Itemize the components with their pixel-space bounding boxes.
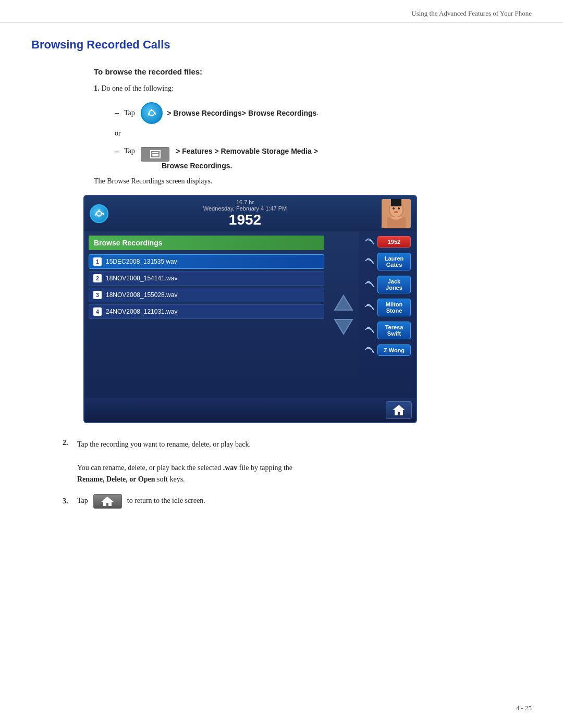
menu-button-icon[interactable] xyxy=(141,147,169,162)
contact-line-icon xyxy=(364,345,375,355)
option2-row: – Tap > Features > Removable Storage Med… xyxy=(115,147,532,170)
file-num: 2 xyxy=(93,274,102,282)
subsection-title: To browse the recorded files: xyxy=(94,67,532,76)
file-num: 1 xyxy=(93,257,102,266)
or-text: or xyxy=(115,129,532,138)
phone-usb-btn[interactable] xyxy=(90,204,108,223)
dash2: – xyxy=(115,147,119,156)
option1-label: > Browse Recordings xyxy=(167,109,242,117)
step2-detail: You can rename, delete, or play back the… xyxy=(77,464,223,472)
contact-item[interactable]: 1952 xyxy=(361,235,414,249)
svg-point-19 xyxy=(398,207,400,209)
file-num: 3 xyxy=(93,291,102,299)
step1-block: 1. Do one of the following: xyxy=(94,83,532,93)
option1-label-text: > Browse Recordings xyxy=(242,109,317,117)
file-list: 115DEC2008_131535.wav218NOV2008_154141.w… xyxy=(89,254,324,319)
step3-home-icon[interactable] xyxy=(93,494,122,509)
browse-title-bar: Browse Recordings xyxy=(89,236,324,250)
step3-num: 3. xyxy=(63,497,73,505)
section-title: Browsing Recorded Calls xyxy=(31,38,532,52)
scroll-up-arrow[interactable] xyxy=(333,293,354,313)
svg-point-18 xyxy=(393,207,395,209)
file-item[interactable]: 218NOV2008_154141.wav xyxy=(89,271,324,286)
page-footer: 4 - 25 xyxy=(516,704,532,712)
header-text: Using the Advanced Features of Your Phon… xyxy=(411,9,532,17)
option2-label: > Features > Removable Storage Media > xyxy=(174,147,318,155)
svg-marker-25 xyxy=(393,405,405,415)
phone-extension: 1952 xyxy=(203,212,287,228)
svg-marker-24 xyxy=(335,319,352,334)
step2-text: Tap the recording you want to rename, de… xyxy=(77,440,251,448)
file-name: 18NOV2008_155028.wav xyxy=(106,291,177,299)
svg-point-8 xyxy=(96,211,101,216)
page-header: Using the Advanced Features of Your Phon… xyxy=(0,0,563,22)
step2-detail2: file by tapping the xyxy=(237,464,292,472)
phone-main-area: Browse Recordings 115DEC2008_131535.wav2… xyxy=(84,231,416,398)
contact-btn[interactable]: Teresa Swift xyxy=(377,322,411,339)
period1: . xyxy=(316,109,319,117)
home-softkey[interactable] xyxy=(386,401,412,419)
contact-line-icon xyxy=(364,302,375,313)
file-item[interactable]: 115DEC2008_131535.wav xyxy=(89,254,324,269)
step1-number: 1. xyxy=(94,84,100,92)
step3-row: 3. Tap to return to the idle screen. xyxy=(63,494,532,509)
scroll-down-arrow[interactable] xyxy=(333,317,354,337)
step2-delete: , Delete xyxy=(103,475,126,483)
contact-line-icon xyxy=(364,256,375,267)
dash1: – xyxy=(115,108,119,118)
phone-avatar xyxy=(382,199,411,228)
svg-marker-23 xyxy=(335,295,352,310)
svg-rect-22 xyxy=(391,199,401,206)
file-name: 15DEC2008_131535.wav xyxy=(106,258,177,265)
scroll-arrows[interactable] xyxy=(328,231,359,398)
step2-wav: .wav xyxy=(223,464,238,472)
svg-text:⟳: ⟳ xyxy=(148,114,151,117)
step1-text: Do one of the following: xyxy=(102,84,174,92)
contact-item[interactable]: Lauren Gates xyxy=(361,251,414,272)
phone-contacts-panel: 1952 Lauren Gates Jack Jones Milton Ston… xyxy=(359,231,416,398)
step2-open: , or Open xyxy=(126,475,155,483)
contact-line-icon xyxy=(364,325,375,336)
file-name: 18NOV2008_154141.wav xyxy=(106,275,177,282)
contact-btn[interactable]: Z Wong xyxy=(377,344,411,356)
phone-file-list-area: Browse Recordings 115DEC2008_131535.wav2… xyxy=(84,231,328,398)
contact-item[interactable]: Z Wong xyxy=(361,343,414,357)
phone-topbar: 16.7 hr Wednesday, February 4 1:47 PM 19… xyxy=(84,196,416,231)
contact-item[interactable]: Teresa Swift xyxy=(361,320,414,341)
option2-label2: Browse Recordings. xyxy=(162,162,532,170)
contact-item[interactable]: Milton Stone xyxy=(361,297,414,318)
softkey-group xyxy=(89,401,386,419)
step2-num: 2. xyxy=(63,439,73,447)
file-name: 24NOV2008_121031.wav xyxy=(106,308,177,315)
tap-label2: Tap xyxy=(124,147,137,155)
phone-screen: 16.7 hr Wednesday, February 4 1:47 PM 19… xyxy=(83,195,417,423)
svg-point-20 xyxy=(394,211,398,213)
step2-row: 2. Tap the recording you want to rename,… xyxy=(63,439,532,486)
step2-end: soft keys. xyxy=(155,475,185,483)
contact-line-icon xyxy=(364,237,375,247)
step2-content: Tap the recording you want to rename, de… xyxy=(77,439,292,486)
contact-line-icon xyxy=(364,279,375,290)
phone-center-info: 16.7 hr Wednesday, February 4 1:47 PM 19… xyxy=(203,199,287,228)
svg-marker-26 xyxy=(101,497,114,506)
step3-prefix: Tap xyxy=(77,495,88,507)
svg-point-12 xyxy=(95,214,96,216)
date-time: Wednesday, February 4 1:47 PM xyxy=(203,205,287,212)
usb-icon[interactable]: ⟳ xyxy=(141,102,163,124)
storage-hours: 16.7 hr xyxy=(203,199,287,205)
browse-screen-desc: The Browse Recordings screen displays. xyxy=(94,177,532,186)
contact-btn[interactable]: 1952 xyxy=(377,236,411,248)
contact-item[interactable]: Jack Jones xyxy=(361,274,414,295)
file-num: 4 xyxy=(93,307,102,316)
step2-rename: Rename xyxy=(77,475,103,483)
contact-btn[interactable]: Lauren Gates xyxy=(377,253,411,270)
contact-btn[interactable]: Milton Stone xyxy=(377,299,411,316)
phone-softkeys xyxy=(84,398,416,422)
step3-suffix: to return to the idle screen. xyxy=(127,495,205,507)
file-item[interactable]: 424NOV2008_121031.wav xyxy=(89,304,324,319)
option1-row: – Tap ⟳ > Browse Recordings > Browse Rec… xyxy=(115,102,532,124)
step3-content: Tap to return to the idle screen. xyxy=(77,494,205,509)
contact-btn[interactable]: Jack Jones xyxy=(377,276,411,293)
file-item[interactable]: 318NOV2008_155028.wav xyxy=(89,288,324,302)
tap-label1: Tap xyxy=(124,109,137,117)
